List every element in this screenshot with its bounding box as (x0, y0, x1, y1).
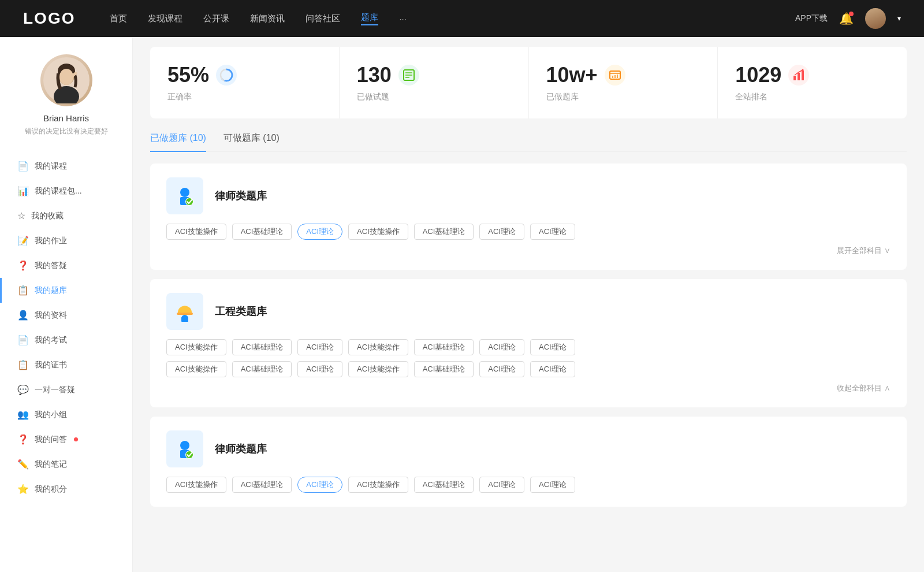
bank-tags-engineer-row1: ACI技能操作 ACI基础理论 ACI理论 ACI技能操作 ACI基础理论 AC… (166, 339, 891, 355)
stat-accuracy-value: 55% (167, 63, 209, 87)
bank-tag-1-0[interactable]: ACI技能操作 (166, 339, 226, 355)
bank-tag-2-2[interactable]: ACI理论 (297, 477, 342, 493)
svg-rect-19 (802, 70, 804, 80)
group-icon: 👥 (17, 409, 29, 420)
certificate-icon: 📋 (17, 359, 29, 370)
bank-tag-1-r2-1[interactable]: ACI基础理论 (232, 361, 292, 377)
sidebar-item-certificate-label: 我的证书 (35, 360, 67, 370)
bank-name-lawyer-2: 律师类题库 (215, 442, 267, 456)
header: LOGO 首页 发现课程 公开课 新闻资讯 问答社区 题库 ··· APP下载 … (0, 0, 924, 37)
sidebar-item-course[interactable]: 📄 我的课程 (0, 154, 132, 179)
sidebar-item-group[interactable]: 👥 我的小组 (0, 402, 132, 427)
nav-open-course[interactable]: 公开课 (203, 13, 229, 24)
bank-tag-1-r2-5[interactable]: ACI理论 (479, 361, 524, 377)
bank-tag-1-r2-2[interactable]: ACI理论 (297, 361, 342, 377)
bank-tag-2-6[interactable]: ACI理论 (530, 477, 575, 493)
sidebar-item-my-qa[interactable]: ❓ 我的问答 (0, 427, 132, 452)
expand-link-0[interactable]: 展开全部科目 ∨ (166, 246, 891, 256)
bank-name-engineer: 工程类题库 (215, 304, 267, 318)
sidebar-item-bank[interactable]: 📋 我的题库 (0, 278, 132, 303)
stat-done-questions-top: 130 (357, 63, 511, 87)
bank-tag-1-4[interactable]: ACI基础理论 (414, 339, 474, 355)
bank-tag-1-r2-0[interactable]: ACI技能操作 (166, 361, 226, 377)
stat-done-banks: 10w+ 已做题库 (529, 47, 718, 118)
nav-bank[interactable]: 题库 (361, 12, 378, 25)
bank-tags-lawyer-2: ACI技能操作 ACI基础理论 ACI理论 ACI技能操作 ACI基础理论 AC… (166, 477, 891, 493)
sidebar-item-points[interactable]: ⭐ 我的积分 (0, 477, 132, 502)
bank-tag-0-2[interactable]: ACI理论 (297, 224, 342, 240)
sidebar-item-favorites[interactable]: ☆ 我的收藏 (0, 203, 132, 228)
stat-done-banks-icon (605, 65, 625, 86)
bank-tag-2-3[interactable]: ACI技能操作 (348, 477, 408, 493)
sidebar-item-homework[interactable]: 📝 我的作业 (0, 228, 132, 253)
stat-done-banks-label: 已做题库 (546, 92, 701, 102)
bank-tag-0-6[interactable]: ACI理论 (530, 224, 575, 240)
bank-tag-0-3[interactable]: ACI技能操作 (348, 224, 408, 240)
svg-rect-25 (177, 313, 193, 315)
collapse-link-1[interactable]: 收起全部科目 ∧ (166, 383, 891, 393)
stat-accuracy: 55% 正确率 (150, 47, 340, 118)
svg-point-20 (802, 69, 804, 71)
sidebar-item-profile[interactable]: 👤 我的资料 (0, 303, 132, 328)
bank-tag-1-5[interactable]: ACI理论 (479, 339, 524, 355)
bank-tag-2-0[interactable]: ACI技能操作 (166, 477, 226, 493)
sidebar-item-tutoring[interactable]: 💬 一对一答疑 (0, 377, 132, 402)
sidebar-item-qa-label: 我的答疑 (35, 261, 67, 271)
bank-tag-0-1[interactable]: ACI基础理论 (232, 224, 292, 240)
stat-rank-value: 1029 (735, 63, 781, 87)
bank-name-lawyer-1: 律师类题库 (215, 189, 267, 203)
nav-more[interactable]: ··· (399, 14, 407, 24)
sidebar-item-tutoring-label: 一对一答疑 (35, 385, 75, 395)
sidebar-item-bank-label: 我的题库 (35, 285, 67, 296)
app-download-button[interactable]: APP下载 (795, 13, 828, 24)
notification-icon[interactable]: 🔔 (839, 12, 854, 25)
bank-tag-1-r2-4[interactable]: ACI基础理论 (414, 361, 474, 377)
sidebar-item-certificate[interactable]: 📋 我的证书 (0, 352, 132, 377)
bank-tag-1-3[interactable]: ACI技能操作 (348, 339, 408, 355)
svg-rect-18 (798, 73, 800, 80)
bank-tag-0-4[interactable]: ACI基础理论 (414, 224, 474, 240)
sidebar-item-course-label: 我的课程 (35, 161, 67, 172)
stat-accuracy-icon (216, 65, 237, 86)
nav-discover[interactable]: 发现课程 (148, 13, 182, 24)
avatar[interactable] (865, 8, 886, 29)
svg-point-21 (180, 188, 189, 197)
sidebar-item-course-pack[interactable]: 📊 我的课程包... (0, 179, 132, 203)
bank-tag-1-2[interactable]: ACI理论 (297, 339, 342, 355)
bank-tag-1-r2-6[interactable]: ACI理论 (530, 361, 575, 377)
nav-qa[interactable]: 问答社区 (305, 13, 340, 24)
bank-section-lawyer-2: 律师类题库 ACI技能操作 ACI基础理论 ACI理论 ACI技能操作 ACI基… (150, 417, 907, 507)
sidebar-item-exam[interactable]: 📄 我的考试 (0, 328, 132, 352)
svg-rect-27 (181, 317, 188, 322)
svg-rect-17 (793, 76, 796, 80)
nav-news[interactable]: 新闻资讯 (250, 13, 285, 24)
sidebar-item-qa[interactable]: ❓ 我的答疑 (0, 253, 132, 278)
stat-rank-icon (788, 65, 809, 86)
bank-tag-2-5[interactable]: ACI理论 (479, 477, 524, 493)
sidebar-item-my-qa-label: 我的问答 (35, 434, 67, 445)
bank-header-lawyer-2: 律师类题库 (166, 430, 891, 467)
profile-avatar (40, 54, 92, 106)
stat-rank-top: 1029 (735, 63, 889, 87)
nav-home[interactable]: 首页 (110, 13, 127, 24)
stat-done-questions-label: 已做试题 (357, 92, 511, 102)
exam-icon: 📄 (17, 335, 29, 346)
stat-rank-label: 全站排名 (735, 92, 889, 102)
sidebar-item-notes-label: 我的笔记 (35, 459, 67, 470)
avatar-image (865, 8, 886, 29)
bank-icon-lawyer-2 (166, 430, 203, 467)
bank-tag-0-0[interactable]: ACI技能操作 (166, 224, 226, 240)
tab-done-banks[interactable]: 已做题库 (10) (150, 132, 206, 151)
bank-tag-0-5[interactable]: ACI理论 (479, 224, 524, 240)
sidebar-item-notes[interactable]: ✏️ 我的笔记 (0, 452, 132, 477)
sidebar-item-favorites-label: 我的收藏 (31, 211, 64, 221)
bank-tag-1-r2-3[interactable]: ACI技能操作 (348, 361, 408, 377)
user-dropdown-arrow[interactable]: ▾ (897, 14, 901, 23)
bank-tag-1-6[interactable]: ACI理论 (530, 339, 575, 355)
bank-icon-lawyer-1 (166, 177, 203, 214)
bank-tag-1-1[interactable]: ACI基础理论 (232, 339, 292, 355)
bank-tag-2-1[interactable]: ACI基础理论 (232, 477, 292, 493)
bank-tag-2-4[interactable]: ACI基础理论 (414, 477, 474, 493)
tab-available-banks[interactable]: 可做题库 (10) (223, 132, 280, 151)
my-qa-icon: ❓ (17, 434, 29, 445)
